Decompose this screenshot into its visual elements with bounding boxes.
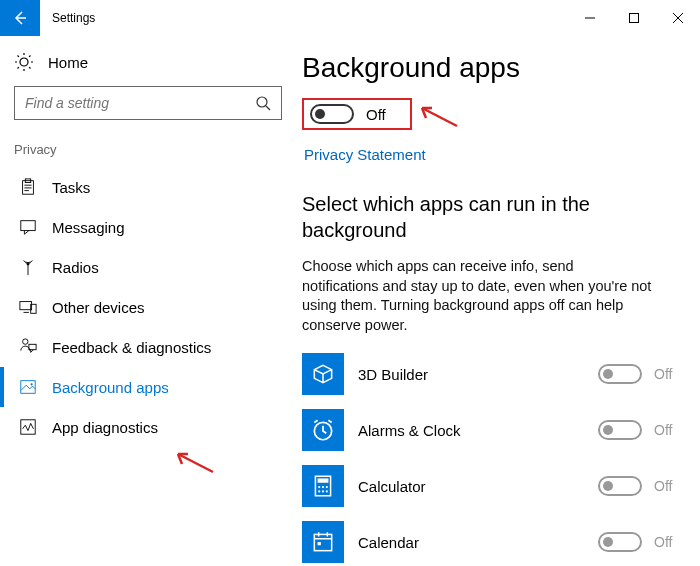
svg-point-11 [31, 383, 33, 385]
close-icon [672, 12, 684, 24]
sidebar-item-label: Background apps [52, 379, 169, 396]
svg-point-5 [27, 263, 29, 265]
svg-point-1 [257, 97, 267, 107]
svg-rect-12 [21, 420, 35, 434]
titlebar-spacer [107, 0, 568, 36]
app-list: 3D Builder Off Alarms & Clock Off Calcul… [302, 353, 680, 563]
app-toggle-state: Off [654, 422, 680, 438]
devices-icon [18, 297, 38, 317]
sidebar-item-other-devices[interactable]: Other devices [0, 287, 296, 327]
page-title: Background apps [302, 52, 680, 84]
maximize-icon [628, 12, 640, 24]
clipboard-icon [18, 177, 38, 197]
app-name: Calendar [358, 534, 584, 551]
sidebar-home-label: Home [48, 54, 88, 71]
app-toggle[interactable] [598, 364, 642, 384]
app-toggle-state: Off [654, 478, 680, 494]
app-icon-alarms [302, 409, 344, 451]
main-content: Background apps Off Privacy Statement Se… [296, 36, 700, 566]
app-toggle[interactable] [598, 476, 642, 496]
list-item: Calculator Off [302, 465, 680, 507]
back-button[interactable] [0, 0, 40, 36]
master-toggle[interactable] [310, 104, 354, 124]
svg-rect-6 [20, 302, 32, 310]
svg-point-19 [318, 491, 320, 493]
close-button[interactable] [656, 0, 700, 36]
minimize-icon [584, 12, 596, 24]
sidebar-item-label: Radios [52, 259, 99, 276]
sidebar-item-label: Messaging [52, 219, 125, 236]
app-icon-calendar [302, 521, 344, 563]
annotation-arrow-icon [412, 96, 462, 136]
search-input[interactable] [14, 86, 282, 120]
svg-point-20 [322, 491, 324, 493]
minimize-button[interactable] [568, 0, 612, 36]
sidebar-item-label: Tasks [52, 179, 90, 196]
sidebar-item-label: Other devices [52, 299, 145, 316]
sidebar-item-feedback[interactable]: Feedback & diagnostics [0, 327, 296, 367]
master-toggle-highlight: Off [302, 98, 412, 130]
sidebar-item-tasks[interactable]: Tasks [0, 167, 296, 207]
maximize-button[interactable] [612, 0, 656, 36]
master-toggle-state: Off [366, 106, 386, 123]
sidebar-item-app-diagnostics[interactable]: App diagnostics [0, 407, 296, 447]
app-icon-calculator [302, 465, 344, 507]
arrow-left-icon [12, 10, 28, 26]
svg-rect-15 [318, 479, 329, 483]
sidebar-item-label: Feedback & diagnostics [52, 339, 211, 356]
list-item: Calendar Off [302, 521, 680, 563]
svg-rect-9 [29, 344, 36, 349]
svg-point-17 [322, 486, 324, 488]
list-item: Alarms & Clock Off [302, 409, 680, 451]
gear-icon [14, 52, 34, 72]
sidebar-section-label: Privacy [0, 138, 296, 167]
image-icon [18, 377, 38, 397]
app-name: Calculator [358, 478, 584, 495]
sidebar-item-messaging[interactable]: Messaging [0, 207, 296, 247]
search-field[interactable] [25, 95, 255, 111]
sidebar-item-background-apps[interactable]: Background apps [0, 367, 296, 407]
app-name: 3D Builder [358, 366, 584, 383]
svg-rect-0 [630, 14, 639, 23]
svg-point-18 [326, 486, 328, 488]
sidebar-home[interactable]: Home [0, 44, 296, 86]
svg-rect-23 [318, 542, 321, 545]
chat-icon [18, 217, 38, 237]
svg-point-8 [23, 339, 28, 344]
svg-point-21 [326, 491, 328, 493]
titlebar: Settings [0, 0, 700, 36]
sidebar-item-label: App diagnostics [52, 419, 158, 436]
svg-rect-22 [314, 535, 331, 551]
app-name: Alarms & Clock [358, 422, 584, 439]
privacy-statement-link[interactable]: Privacy Statement [304, 146, 426, 163]
svg-point-16 [318, 486, 320, 488]
diagnostics-icon [18, 417, 38, 437]
feedback-icon [18, 337, 38, 357]
window-title: Settings [40, 0, 107, 36]
app-icon-3d-builder [302, 353, 344, 395]
list-item: 3D Builder Off [302, 353, 680, 395]
section-description: Choose which apps can receive info, send… [302, 257, 652, 335]
svg-rect-4 [21, 221, 35, 231]
sidebar-item-radios[interactable]: Radios [0, 247, 296, 287]
search-icon [255, 95, 271, 111]
antenna-icon [18, 257, 38, 277]
app-toggle-state: Off [654, 366, 680, 382]
sidebar: Home Privacy Tasks Messaging Radios Othe… [0, 36, 296, 566]
app-toggle-state: Off [654, 534, 680, 550]
section-subheading: Select which apps can run in the backgro… [302, 191, 652, 243]
app-toggle[interactable] [598, 420, 642, 440]
app-toggle[interactable] [598, 532, 642, 552]
